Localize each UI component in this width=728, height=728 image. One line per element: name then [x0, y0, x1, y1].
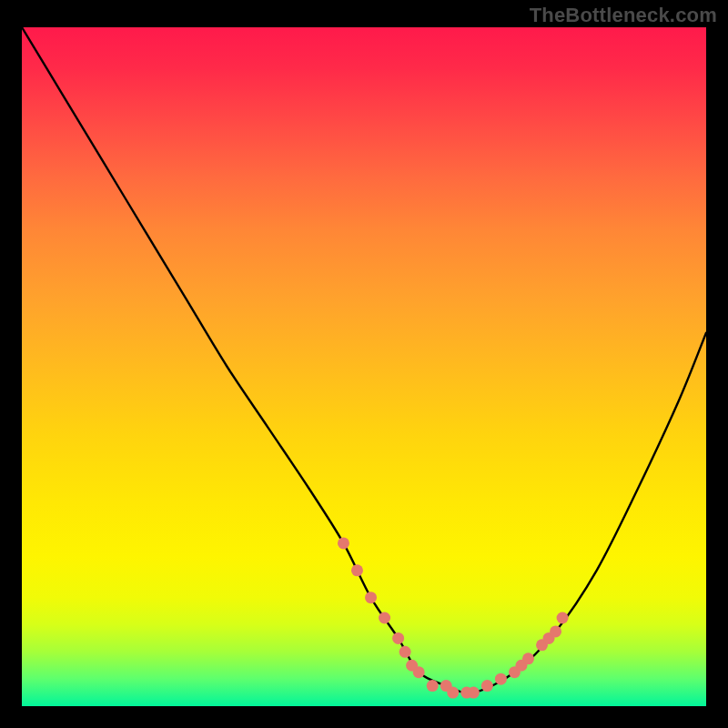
- highlight-marker: [495, 673, 507, 685]
- highlight-marker: [468, 687, 480, 699]
- highlight-marker: [392, 632, 404, 644]
- highlight-marker: [550, 625, 561, 637]
- highlight-marker: [413, 666, 425, 678]
- highlight-marker: [351, 564, 363, 576]
- highlight-marker: [557, 612, 569, 624]
- highlight-marker: [399, 646, 411, 658]
- highlight-segment-right: [509, 612, 569, 679]
- bottleneck-curve: [22, 27, 706, 693]
- highlight-marker: [338, 537, 349, 549]
- plot-area: [22, 27, 706, 706]
- highlight-marker: [447, 687, 459, 699]
- watermark-text: TheBottleneck.com: [530, 4, 717, 27]
- highlight-marker: [379, 612, 390, 624]
- highlight-marker: [427, 680, 439, 692]
- highlight-marker: [365, 592, 377, 603]
- chart-svg: [22, 27, 706, 706]
- highlight-segment-bottom: [427, 673, 507, 699]
- highlight-marker: [481, 680, 493, 692]
- highlight-marker: [522, 652, 534, 664]
- chart-frame: TheBottleneck.com: [0, 0, 728, 728]
